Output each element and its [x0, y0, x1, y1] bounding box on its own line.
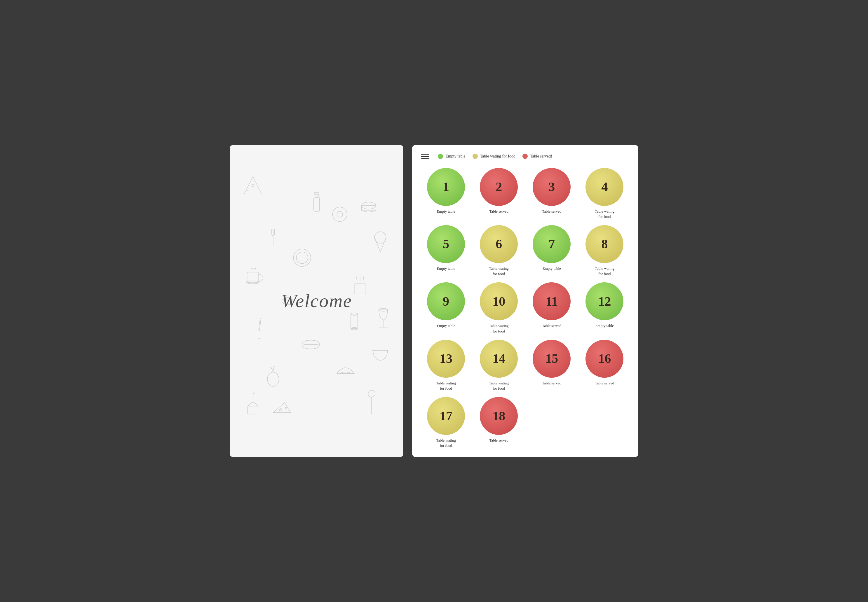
table-circle-16: 16 [585, 340, 623, 378]
table-cell-16[interactable]: 16Table served [580, 340, 629, 391]
table-status-4: Table watingfor food [595, 209, 614, 219]
table-circle-11: 11 [532, 283, 571, 320]
welcome-label: Welcome [281, 290, 352, 312]
table-cell-12[interactable]: 12Empty table [580, 283, 629, 334]
svg-point-22 [337, 211, 343, 217]
table-number-16: 16 [598, 351, 611, 366]
svg-line-14 [363, 276, 364, 284]
table-status-7: Empty table [543, 266, 561, 271]
table-cell-5[interactable]: 5Empty table [421, 225, 471, 276]
table-number-11: 11 [545, 294, 558, 309]
table-number-3: 3 [548, 180, 555, 194]
table-cell-3[interactable]: 3Table served [527, 168, 577, 219]
svg-point-31 [293, 249, 311, 266]
table-status-11: Table served [542, 323, 561, 329]
table-status-6: Table watingfor food [489, 266, 508, 276]
svg-point-36 [279, 408, 282, 411]
table-cell-13[interactable]: 13Table watingfor food [421, 340, 471, 391]
table-cell-9[interactable]: 9Empty table [421, 283, 471, 334]
table-circle-14: 14 [480, 340, 518, 378]
svg-line-12 [357, 276, 357, 284]
table-cell-8[interactable]: 8Table watingfor food [580, 225, 629, 276]
table-status-17: Table watingfor food [436, 438, 456, 448]
table-status-2: Table served [489, 209, 508, 214]
svg-point-21 [332, 207, 347, 221]
table-status-3: Table served [542, 209, 561, 214]
table-cell-14[interactable]: 14Table watingfor food [474, 340, 524, 391]
svg-point-1 [252, 184, 254, 186]
empty-dot [438, 154, 443, 159]
legend: Empty table Table wating for food Table … [438, 154, 552, 159]
table-circle-6: 6 [480, 225, 518, 263]
table-cell-11[interactable]: 11Table served [527, 283, 577, 334]
legend-served-label: Table served! [530, 154, 552, 159]
table-number-18: 18 [492, 408, 505, 424]
table-status-15: Table served [542, 381, 561, 386]
table-status-13: Table watingfor food [436, 381, 456, 391]
table-number-1: 1 [443, 180, 449, 194]
svg-rect-28 [314, 197, 320, 212]
svg-rect-33 [351, 314, 358, 329]
table-status-18: Table served [489, 438, 508, 443]
legend-waiting-label: Table wating for food [480, 154, 516, 159]
table-status-10: Table watingfor food [489, 323, 508, 334]
table-status-9: Empty table [437, 323, 455, 329]
table-cell-10[interactable]: 10Table watingfor food [474, 283, 524, 334]
table-status-12: Empty table [596, 323, 614, 329]
table-circle-5: 5 [427, 225, 465, 263]
legend-empty: Empty table [438, 154, 465, 159]
table-number-4: 4 [601, 180, 608, 194]
table-cell-1[interactable]: 1Empty table [421, 168, 471, 219]
table-status-1: Empty table [437, 209, 455, 214]
table-circle-2: 2 [480, 168, 518, 206]
svg-rect-11 [354, 284, 366, 294]
table-status-14: Table watingfor food [489, 381, 508, 391]
served-dot [522, 154, 528, 159]
menu-button[interactable] [421, 154, 429, 159]
svg-point-32 [296, 252, 308, 263]
legend-empty-label: Empty table [445, 154, 465, 159]
table-number-8: 8 [601, 236, 608, 252]
table-status-16: Table served [595, 381, 614, 386]
table-circle-4: 4 [585, 168, 623, 206]
left-panel: Welcome [230, 145, 403, 457]
right-panel: Empty table Table wating for food Table … [412, 145, 638, 457]
svg-rect-3 [362, 206, 376, 208]
table-circle-13: 13 [427, 340, 465, 378]
table-circle-9: 9 [427, 283, 465, 320]
main-container: Welcome Empty table Table wating for foo… [230, 145, 638, 457]
svg-point-26 [368, 390, 375, 397]
header-bar: Empty table Table wating for food Table … [421, 154, 629, 162]
svg-point-37 [285, 407, 287, 409]
legend-waiting: Table wating for food [472, 154, 516, 159]
table-cell-4[interactable]: 4Table watingfor food [580, 168, 629, 219]
table-circle-8: 8 [585, 225, 623, 263]
table-status-8: Table watingfor food [595, 266, 614, 276]
table-number-9: 9 [443, 294, 449, 309]
table-circle-15: 15 [532, 340, 571, 378]
table-number-6: 6 [496, 236, 502, 252]
table-circle-7: 7 [532, 225, 571, 263]
table-number-12: 12 [598, 294, 611, 309]
table-cell-6[interactable]: 6Table watingfor food [474, 225, 524, 276]
table-cell-15[interactable]: 15Table served [527, 340, 577, 391]
table-cell-17[interactable]: 17Table watingfor food [421, 397, 471, 448]
svg-rect-20 [258, 330, 261, 339]
table-circle-10: 10 [480, 283, 518, 320]
table-cell-7[interactable]: 7Empty table [527, 225, 577, 276]
table-number-13: 13 [440, 351, 452, 366]
table-circle-12: 12 [585, 283, 623, 320]
table-number-15: 15 [545, 351, 558, 366]
table-number-7: 7 [548, 236, 555, 252]
svg-rect-25 [248, 407, 258, 414]
legend-served: Table served! [522, 154, 552, 159]
table-number-10: 10 [492, 294, 505, 309]
table-circle-17: 17 [427, 397, 465, 435]
table-number-17: 17 [440, 408, 452, 424]
table-cell-2[interactable]: 2Table served [474, 168, 524, 219]
table-cell-18[interactable]: 18Table served [474, 397, 524, 448]
table-number-2: 2 [496, 180, 502, 194]
table-number-5: 5 [443, 236, 449, 252]
waiting-dot [472, 154, 478, 159]
table-circle-18: 18 [480, 397, 518, 435]
